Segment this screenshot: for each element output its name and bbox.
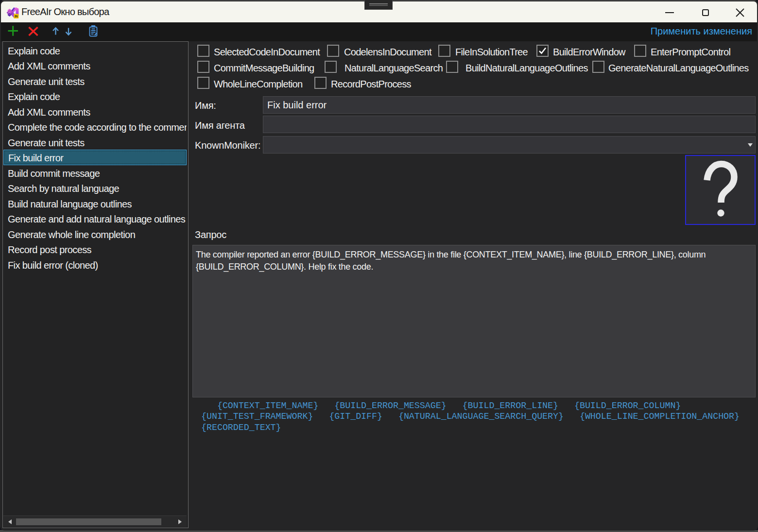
svg-text:IN: IN	[15, 15, 18, 18]
